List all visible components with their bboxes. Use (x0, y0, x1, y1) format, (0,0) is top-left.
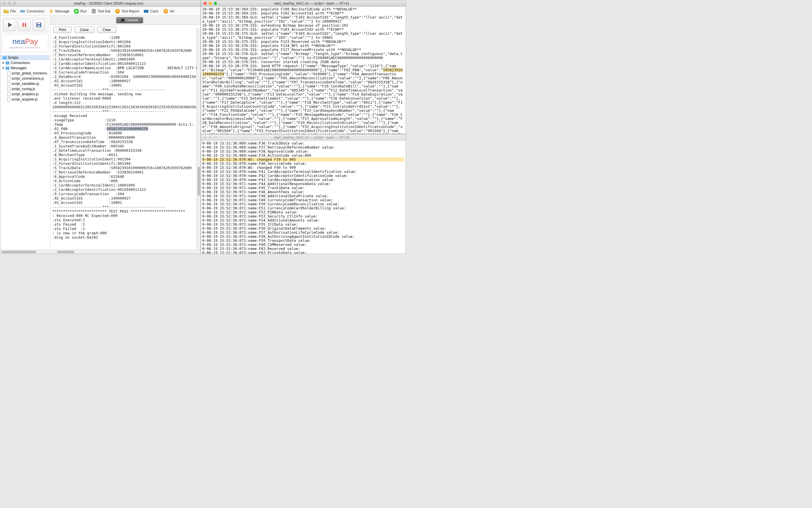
tree-file[interactable]: script_csvlog.js (1, 86, 49, 91)
terminal-output[interactable]: 0-08-19 15:52:36:069:name:F36_Track3Data… (201, 141, 406, 254)
tree-file[interactable]: script_variables.js (1, 81, 49, 86)
clear-button[interactable]: Clear (97, 27, 116, 33)
vertical-scrollbar[interactable] (196, 28, 200, 250)
minimize-traffic-icon[interactable] (8, 2, 11, 5)
console-icon (121, 19, 125, 22)
close-traffic-icon[interactable] (3, 2, 6, 5)
tree-label: script_global_functions. (11, 71, 48, 75)
minimize-traffic-icon[interactable] (209, 2, 212, 5)
pause-button[interactable] (18, 19, 31, 31)
terminal-output[interactable]: 20-08-19 15:53:38:369:ISS: populate F100… (201, 7, 406, 134)
zoom-traffic-icon[interactable] (214, 2, 217, 5)
tree-label: script_acquirer.js (11, 97, 38, 101)
titlebar[interactable]: start_neaPay_MAC.sh — script • -bash — 9… (201, 0, 406, 7)
toolbar-label: Test Report (122, 9, 139, 13)
print-button[interactable]: Print (53, 27, 71, 33)
svg-rect-10 (144, 11, 148, 11)
window-title: neaPay - ISO8583 Client DEMO neapay.com (19, 1, 198, 5)
logo-subtitle: payment solutions (3, 46, 47, 49)
disclosure-icon (3, 62, 4, 64)
svg-rect-18 (37, 25, 40, 27)
file-icon (7, 82, 10, 86)
close-button[interactable]: Close (75, 27, 94, 33)
run-controls (2, 18, 48, 32)
console-output[interactable]: .4_FunctionCode :1200:2_AcquiringInstitu… (50, 35, 201, 254)
tree-file[interactable]: script_analytics.js (1, 91, 49, 97)
toolbar-label: Card: (150, 9, 158, 13)
toolbar-label: Message (55, 9, 69, 13)
tree-root[interactable]: Scripts (1, 55, 49, 60)
toolbar-testreport[interactable]: Test Report (113, 8, 140, 15)
tree-file[interactable]: script_global_functions. (1, 71, 49, 76)
svg-text:?: ? (165, 9, 167, 14)
close-traffic-icon[interactable] (203, 2, 207, 5)
terminal-window-bottom: start_neaPay_MAC.sh — script • -bash — 9… (201, 134, 406, 254)
tree-file[interactable]: script_connections.js (1, 76, 49, 81)
tree-label: script_variables.js (11, 82, 39, 86)
toolbar-label: Connection (27, 9, 44, 13)
logo-part-a: nea (12, 37, 25, 46)
tree-label: Connections (11, 61, 30, 65)
svg-marker-3 (49, 9, 53, 14)
tab-label: Console (126, 18, 138, 22)
help-icon: ? (163, 8, 169, 14)
tree-file[interactable]: script_acquirer.js (1, 97, 49, 102)
window-title: start_neaPay_MAC.sh — script • -bash — 9… (220, 1, 403, 5)
console-tab[interactable]: Console (116, 17, 143, 24)
link-icon (20, 8, 26, 14)
svg-rect-15 (25, 23, 26, 27)
tree-label: script_csvlog.js (11, 87, 35, 91)
tree-label: Scripts (8, 56, 18, 60)
folder-icon (3, 56, 7, 59)
folder-icon (5, 67, 9, 70)
zoom-traffic-icon[interactable] (214, 136, 217, 139)
file-icon (7, 98, 10, 101)
toolbar-run[interactable]: Run (73, 8, 88, 15)
file-icon (7, 72, 10, 75)
close-traffic-icon[interactable] (203, 136, 207, 139)
toolbar-label: Test Dat (98, 9, 110, 13)
file-icon (7, 77, 10, 81)
folder-icon (3, 8, 9, 14)
folder-icon (5, 61, 9, 65)
play-button[interactable] (3, 19, 16, 31)
toolbar-label: Run (81, 9, 87, 13)
tab-row: Console (50, 16, 201, 25)
window-title: start_neaPay_MAC.sh — script • -bash — 9… (220, 135, 403, 139)
terminal-window-top: start_neaPay_MAC.sh — script • -bash — 9… (201, 0, 406, 134)
main-panel: Console Print Close Clear .4_FunctionCod… (50, 16, 201, 254)
file-icon (7, 92, 10, 96)
toolbar-he[interactable]: ?He (162, 8, 175, 15)
tree-folder[interactable]: Messages (1, 66, 49, 71)
logo: neaPay payment solutions (2, 34, 48, 52)
file-icon (7, 87, 10, 91)
tree-folder[interactable]: Connections (1, 60, 49, 66)
toolbar-card[interactable]: Card: (142, 8, 160, 15)
console-buttons: Print Close Clear (50, 25, 201, 35)
svg-rect-17 (37, 23, 40, 24)
svg-marker-13 (8, 23, 12, 27)
titlebar[interactable]: neaPay - ISO8583 Client DEMO neapay.com (0, 0, 200, 7)
zoom-traffic-icon[interactable] (13, 2, 16, 5)
titlebar[interactable]: start_neaPay_MAC.sh — script • -bash — 9… (201, 134, 406, 141)
disclosure-icon (3, 67, 4, 69)
script-tree: Scripts ConnectionsMessages script_globa… (0, 54, 50, 103)
tree-label: Messages (11, 66, 27, 70)
toolbar-label: He (170, 9, 174, 13)
toolbar-file[interactable]: File (2, 8, 17, 15)
minimize-traffic-icon[interactable] (209, 136, 212, 139)
toolbar-label: File (10, 9, 16, 13)
toolbar-message[interactable]: Message (47, 8, 70, 15)
sidebar: neaPay payment solutions Scripts Connect… (0, 16, 50, 254)
horizontal-scrollbar[interactable] (0, 250, 200, 254)
tree-label: script_connections.js (11, 77, 44, 81)
toolbar-testdat[interactable]: Test Dat (90, 8, 112, 15)
svg-rect-14 (22, 23, 24, 27)
toolbar: FileConnectionMessageRunTest DatTest Rep… (0, 7, 200, 16)
db-icon (91, 8, 97, 14)
play-icon (74, 8, 79, 14)
save-button[interactable] (33, 19, 45, 31)
app-window: neaPay - ISO8583 Client DEMO neapay.com … (0, 0, 201, 254)
svg-rect-8 (117, 10, 118, 12)
toolbar-connection[interactable]: Connection (18, 8, 45, 15)
